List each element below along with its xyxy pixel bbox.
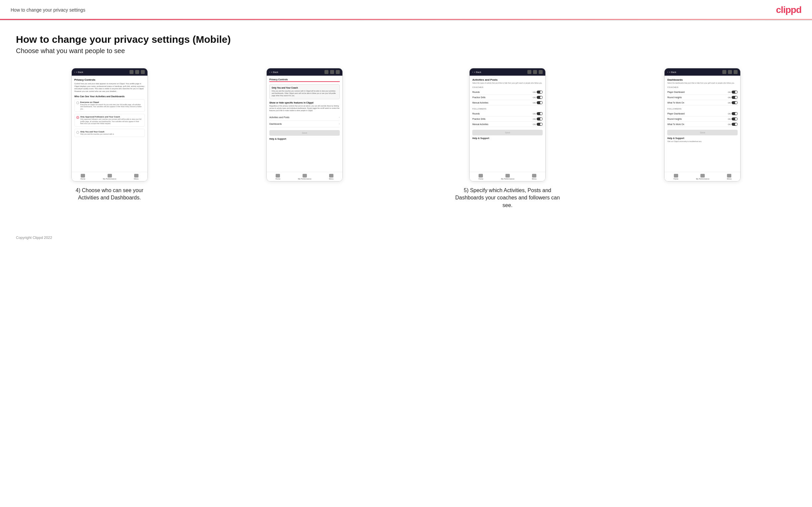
- followers-round-insights-toggle[interactable]: ON: [728, 117, 738, 120]
- followers-round-insights-value: ON: [728, 118, 731, 120]
- toggle-thumb12: [735, 123, 737, 125]
- search3-icon[interactable]: [527, 70, 531, 74]
- coaches-drills-row: Practice Drills ON: [472, 95, 543, 100]
- followers-drills-toggle[interactable]: ON: [533, 117, 543, 120]
- followers-player-dash-label: Player Dashboard: [667, 112, 684, 115]
- footer-performance-label: My Performance: [103, 178, 116, 180]
- main-content: How to change your privacy settings (Mob…: [0, 20, 812, 229]
- right-screens: ‹ < Back Activities and Posts Select the…: [414, 68, 796, 209]
- radio-everyone[interactable]: [77, 102, 79, 104]
- activities-desc3: Select the types of activity that you'd …: [472, 82, 543, 84]
- followers-what-work-toggle[interactable]: ON: [728, 123, 738, 126]
- coaches-what-work-row: What To Work On ON: [667, 100, 738, 106]
- chevron-dashboards-icon: ›: [339, 122, 340, 125]
- option-followers-desc: Only approved followers and coaches you …: [81, 118, 143, 125]
- phone3-nav: ‹ < Back: [470, 68, 545, 76]
- phone1-nav-icons: [130, 70, 145, 74]
- home3-icon: [478, 174, 483, 177]
- dash-title4: Dashboards: [667, 78, 738, 81]
- coaches-player-dash-toggle[interactable]: ON: [728, 91, 738, 94]
- settings4-icon[interactable]: [733, 70, 738, 74]
- profile3-icon[interactable]: [533, 70, 537, 74]
- coaches-drills-toggle[interactable]: ON: [533, 96, 543, 99]
- tooltip-title: Only You and Your Coach: [272, 87, 338, 89]
- radio-followers[interactable]: [77, 116, 79, 119]
- settings3-icon[interactable]: [539, 70, 543, 74]
- footer3-home[interactable]: Home: [478, 174, 484, 180]
- search4-icon[interactable]: [722, 70, 726, 74]
- footer4-home[interactable]: Home: [673, 174, 678, 180]
- phone3-back[interactable]: ‹ < Back: [472, 71, 481, 73]
- search2-icon[interactable]: [324, 70, 328, 74]
- coaches-label3: COACHES: [472, 86, 543, 88]
- footer3-menu[interactable]: Menu: [532, 174, 537, 180]
- dashboards-link[interactable]: Dashboards ›: [269, 121, 340, 127]
- coaches-round-insights-toggle[interactable]: ON: [728, 96, 738, 99]
- followers-rounds-toggle[interactable]: ON: [533, 112, 543, 115]
- coaches-player-dash-row: Player Dashboard ON: [667, 90, 738, 95]
- followers-player-dash-toggle[interactable]: ON: [728, 112, 738, 115]
- footer2-home[interactable]: Home: [275, 174, 280, 180]
- coaches-rounds-toggle[interactable]: ON: [533, 91, 543, 94]
- phone2-back[interactable]: ‹ < Back: [269, 71, 278, 73]
- toggle-thumb7: [735, 91, 737, 93]
- option-everyone[interactable]: Everyone on Clippd Everyone on Clippd ca…: [74, 99, 145, 112]
- logo: clippd: [776, 5, 801, 15]
- profile-icon[interactable]: [135, 70, 139, 74]
- followers-rounds-label: Rounds: [472, 112, 479, 115]
- screen1-group: ‹ < Back Privacy Controls Control how yo…: [16, 68, 203, 209]
- privacy-tab-label[interactable]: Privacy Controls: [269, 78, 288, 80]
- save-button4[interactable]: Save: [667, 130, 738, 135]
- toggle-thumb11: [735, 118, 737, 120]
- save-button3[interactable]: Save: [472, 130, 543, 135]
- phone1-back[interactable]: ‹ < Back: [74, 71, 83, 73]
- toggle-track4: [537, 112, 543, 115]
- left-screens: ‹ < Back Privacy Controls Control how yo…: [16, 68, 398, 209]
- top-bar: How to change your privacy settings clip…: [0, 0, 812, 20]
- home2-icon: [276, 174, 280, 177]
- profile2-icon[interactable]: [330, 70, 334, 74]
- coaches-what-work-toggle[interactable]: ON: [728, 101, 738, 104]
- coaches-manual-label: Manual Activities: [472, 102, 488, 104]
- page-subheading: Choose what you want people to see: [16, 47, 796, 55]
- phone1-back-label: < Back: [76, 71, 83, 73]
- phone3-footer: Home My Performance Menu: [470, 172, 545, 181]
- coaches-round-insights-row: Round Insights ON: [667, 95, 738, 100]
- help-support2: Help & Support: [269, 138, 340, 140]
- chevron-activities-icon: ›: [339, 116, 340, 119]
- footer-home[interactable]: Home: [81, 174, 85, 180]
- phone3-nav-icons: [527, 70, 543, 74]
- phone4-back[interactable]: ‹ < Back: [667, 71, 676, 73]
- settings-icon[interactable]: [141, 70, 145, 74]
- followers-manual-toggle[interactable]: ON: [533, 123, 543, 126]
- footer-menu[interactable]: Menu: [134, 174, 139, 180]
- option-followers[interactable]: Only Approved Followers and Your Coach O…: [74, 114, 145, 127]
- coaches-round-insights-value: ON: [728, 97, 731, 99]
- phone3-body: Activities and Posts Select the types of…: [470, 76, 545, 172]
- footer2-menu[interactable]: Menu: [329, 174, 334, 180]
- screen3-group: ‹ < Back Activities and Posts Select the…: [414, 68, 601, 209]
- footer4-performance[interactable]: My Performance: [696, 174, 709, 180]
- coaches-what-work-label: What To Work On: [667, 102, 684, 104]
- who-can-see-title: Who Can See Your Activities and Dashboar…: [74, 95, 145, 98]
- activities-posts-link[interactable]: Activities and Posts ›: [269, 114, 340, 121]
- settings2-icon[interactable]: [336, 70, 340, 74]
- coaches-manual-value: ON: [533, 102, 536, 104]
- search-icon[interactable]: [130, 70, 134, 74]
- followers-manual-value: ON: [533, 123, 536, 125]
- radio-coach-only[interactable]: [77, 131, 79, 134]
- footer-performance[interactable]: My Performance: [103, 174, 116, 180]
- performance-icon: [108, 174, 112, 177]
- footer2-performance[interactable]: My Performance: [298, 174, 311, 180]
- followers-drills-row: Practice Drills ON: [472, 116, 543, 122]
- followers-drills-label: Practice Drills: [472, 118, 486, 120]
- option-coach-only[interactable]: Only You and Your Coach Only you and the…: [74, 129, 145, 137]
- save-button2[interactable]: Save: [269, 130, 340, 136]
- footer3-performance[interactable]: My Performance: [501, 174, 514, 180]
- option-everyone-text: Everyone on Clippd Everyone on Clippd ca…: [81, 101, 143, 110]
- followers-player-dash-row: Player Dashboard ON: [667, 111, 738, 116]
- coaches-manual-toggle[interactable]: ON: [533, 101, 543, 104]
- profile4-icon[interactable]: [728, 70, 732, 74]
- footer4-menu[interactable]: Menu: [727, 174, 731, 180]
- menu-icon: [134, 174, 139, 177]
